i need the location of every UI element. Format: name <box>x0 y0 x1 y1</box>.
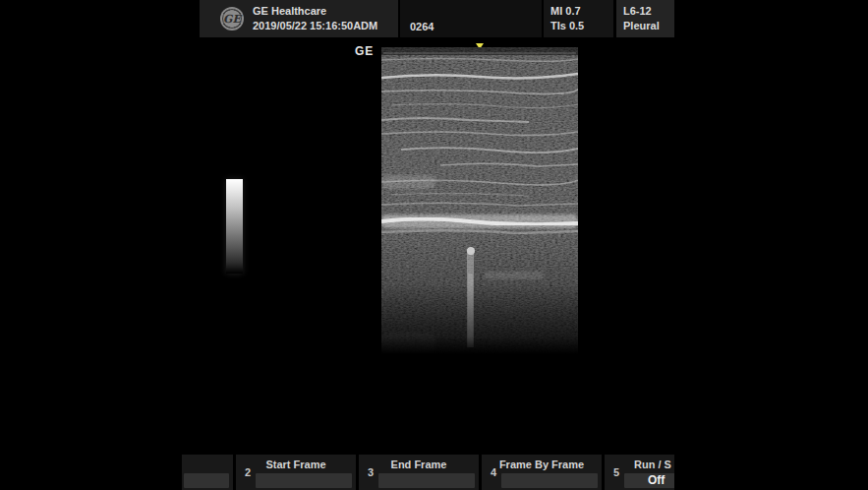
preset-label: Pleural <box>623 19 674 33</box>
display-area: GE GE Healthcare 2019/05/22 15:16:50ADM … <box>182 0 674 490</box>
mi-label: MI 0.7 <box>550 4 613 19</box>
tis-label: TIs 0.5 <box>550 19 613 33</box>
ultrasound-image <box>381 47 578 354</box>
softkey-bar: 2 Start Frame 3 End Frame 4 Frame By Fra… <box>182 453 674 490</box>
softkey-1-value-box[interactable] <box>184 473 229 488</box>
softkey-value-box[interactable]: Off <box>624 473 674 488</box>
header-image-number-panel: 0264 <box>400 0 542 37</box>
softkey-value: Off <box>624 473 674 488</box>
datetime-label: 2019/05/22 15:16:50ADM <box>253 19 377 33</box>
softkey-1[interactable] <box>182 455 233 490</box>
image-number-label: 0264 <box>410 20 542 34</box>
header-probe-panel: L6-12 Pleural <box>616 0 674 37</box>
softkey-value-box[interactable] <box>378 473 475 488</box>
softkey-start-frame[interactable]: 2 Start Frame <box>236 455 356 490</box>
header-acoustic-output-panel: MI 0.7 TIs 0.5 <box>544 0 613 37</box>
softkey-label: Start Frame <box>236 459 356 470</box>
softkey-frame-by-frame[interactable]: 4 Frame By Frame <box>482 455 602 490</box>
manufacturer-label: GE Healthcare <box>253 4 377 19</box>
softkey-value-box[interactable] <box>256 473 352 488</box>
ge-monogram-icon: GE <box>219 6 245 31</box>
softkey-label: Frame By Frame <box>482 459 602 470</box>
softkey-value-box[interactable] <box>501 473 598 488</box>
header-bar: GE GE Healthcare 2019/05/22 15:16:50ADM … <box>182 0 674 37</box>
softkey-label: End Frame <box>359 459 479 470</box>
softkey-run-stop[interactable]: 5 Run / S Off <box>605 455 674 490</box>
grayscale-bar <box>226 179 243 274</box>
softkey-end-frame[interactable]: 3 End Frame <box>359 455 479 490</box>
svg-text:GE: GE <box>223 13 242 26</box>
screen-background: GE GE Healthcare 2019/05/22 15:16:50ADM … <box>0 0 868 490</box>
probe-label: L6-12 <box>623 4 674 19</box>
header-brand-panel: GE GE Healthcare 2019/05/22 15:16:50ADM <box>200 0 398 37</box>
softkey-label: Run / S <box>605 459 674 470</box>
orientation-label: GE <box>355 44 374 58</box>
